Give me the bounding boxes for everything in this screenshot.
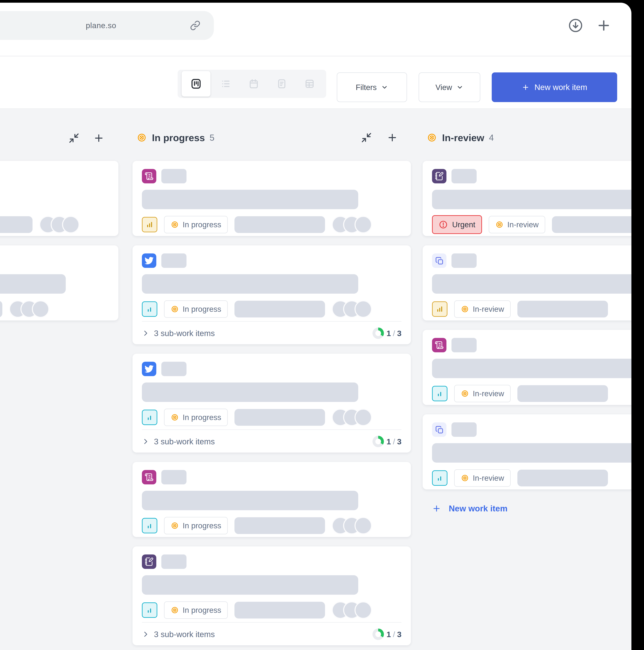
calendar-view-button[interactable] bbox=[241, 71, 266, 97]
work-item-card[interactable]: In-review bbox=[422, 245, 632, 321]
avatar bbox=[32, 300, 49, 318]
sub-work-items-row[interactable]: 3 sub-work items 1/3 bbox=[142, 325, 402, 341]
id-skeleton bbox=[161, 362, 187, 376]
work-item-card[interactable]: In-review bbox=[422, 330, 632, 405]
sheet-view-button[interactable] bbox=[269, 71, 294, 97]
priority-icon[interactable] bbox=[142, 410, 157, 425]
state-badge[interactable]: In-review bbox=[454, 469, 511, 487]
browser-window: plane.so Filters View New work item bbox=[0, 3, 632, 650]
avatar-group[interactable] bbox=[332, 300, 372, 318]
chevron-right-icon[interactable] bbox=[142, 630, 149, 638]
priority-icon[interactable] bbox=[142, 217, 157, 232]
kanban-board: In progress 5 In-review 4 In progress bbox=[0, 109, 632, 650]
url-text: plane.so bbox=[86, 21, 116, 30]
avatar bbox=[354, 300, 372, 318]
title-skeleton bbox=[142, 274, 358, 294]
sub-work-items-row[interactable]: 3 sub-work items 1/3 bbox=[142, 433, 402, 449]
title-skeleton bbox=[0, 274, 66, 294]
meta-skeleton bbox=[234, 216, 325, 233]
priority-icon[interactable] bbox=[432, 470, 447, 486]
view-label: View bbox=[436, 83, 452, 92]
chevron-right-icon[interactable] bbox=[142, 329, 149, 337]
avatar-group[interactable] bbox=[332, 409, 372, 426]
progress-donut bbox=[372, 327, 384, 339]
link-icon[interactable] bbox=[190, 20, 200, 31]
copies-type-icon bbox=[432, 422, 446, 437]
column-count: 4 bbox=[489, 133, 494, 143]
id-skeleton bbox=[451, 253, 477, 268]
priority-icon[interactable] bbox=[142, 518, 157, 533]
add-work-item-icon[interactable] bbox=[93, 133, 104, 144]
new-work-item-label: New work item bbox=[535, 83, 587, 92]
divider bbox=[142, 321, 402, 322]
work-item-card[interactable]: In progress 3 sub-work items 1/3 bbox=[133, 546, 411, 645]
priority-icon[interactable] bbox=[432, 301, 447, 317]
id-skeleton bbox=[161, 253, 187, 268]
scroll-type-icon bbox=[142, 169, 156, 183]
avatar bbox=[354, 409, 372, 426]
new-work-item-link[interactable]: New work item bbox=[432, 504, 507, 513]
state-badge[interactable]: In progress bbox=[164, 216, 228, 233]
avatar bbox=[62, 216, 79, 233]
work-item-card[interactable]: In progress 3 sub-work items 1/3 bbox=[133, 354, 411, 453]
avatar bbox=[354, 216, 372, 233]
meta-skeleton bbox=[517, 301, 608, 318]
avatar-group[interactable] bbox=[332, 216, 372, 233]
table-view-button[interactable] bbox=[297, 71, 322, 97]
filters-button[interactable]: Filters bbox=[337, 72, 407, 102]
state-badge[interactable]: In-review bbox=[454, 385, 511, 402]
avatar-group[interactable] bbox=[332, 602, 372, 619]
state-badge[interactable]: In progress bbox=[164, 602, 228, 619]
address-bar[interactable]: plane.so bbox=[0, 11, 214, 40]
alert-icon bbox=[439, 220, 448, 229]
state-badge[interactable]: In progress bbox=[164, 517, 228, 534]
collapse-column-icon[interactable] bbox=[68, 133, 79, 144]
id-skeleton bbox=[451, 422, 477, 437]
work-item-card[interactable]: In progress bbox=[133, 161, 411, 236]
layout-switcher bbox=[178, 70, 326, 98]
chevron-right-icon[interactable] bbox=[142, 438, 149, 445]
new-tab-icon[interactable] bbox=[596, 18, 611, 33]
work-item-card[interactable]: In-review bbox=[422, 414, 632, 490]
list-view-button[interactable] bbox=[213, 71, 238, 97]
work-item-card[interactable]: In progress bbox=[0, 161, 118, 236]
avatar-group[interactable] bbox=[39, 216, 79, 233]
state-badge[interactable]: In progress bbox=[164, 409, 228, 426]
progress-fraction: 1/3 bbox=[386, 329, 402, 338]
collapse-column-icon[interactable] bbox=[361, 132, 372, 143]
column-header-in-progress: In progress 5 bbox=[133, 131, 411, 144]
avatar-group[interactable] bbox=[9, 300, 49, 318]
column-header-in-review: In-review 4 bbox=[422, 131, 632, 144]
notebook-pen-type-icon bbox=[142, 554, 156, 569]
sub-work-items-row[interactable]: 3 sub-work items 1/3 bbox=[142, 626, 402, 642]
id-skeleton bbox=[161, 169, 187, 183]
priority-icon[interactable] bbox=[142, 603, 157, 618]
notebook-pen-type-icon bbox=[432, 169, 446, 183]
scroll-type-icon bbox=[142, 470, 156, 484]
new-work-item-link-label: New work item bbox=[449, 504, 507, 513]
priority-icon[interactable] bbox=[432, 386, 447, 401]
work-item-card[interactable]: In progress 3 sub-work items 1/3 bbox=[133, 245, 411, 344]
progress-donut bbox=[372, 628, 384, 640]
avatar-group[interactable] bbox=[332, 517, 372, 534]
urgent-priority-badge[interactable]: Urgent bbox=[432, 215, 482, 234]
download-icon[interactable] bbox=[568, 18, 583, 33]
kanban-view-button[interactable] bbox=[182, 71, 210, 97]
work-item-card[interactable]: Urgent In-review bbox=[422, 161, 632, 236]
new-work-item-button[interactable]: New work item bbox=[492, 72, 617, 102]
dove-type-icon bbox=[142, 362, 156, 376]
meta-skeleton bbox=[0, 301, 2, 318]
work-item-card[interactable]: In progress bbox=[0, 245, 118, 321]
work-item-card[interactable]: In progress bbox=[133, 462, 411, 537]
title-skeleton bbox=[142, 491, 358, 510]
state-badge[interactable]: In-review bbox=[454, 300, 511, 318]
state-badge[interactable]: In-review bbox=[489, 216, 545, 233]
state-badge[interactable]: In progress bbox=[164, 300, 228, 318]
priority-icon[interactable] bbox=[142, 301, 157, 317]
add-work-item-icon[interactable] bbox=[387, 132, 398, 143]
progress-fraction: 1/3 bbox=[386, 437, 402, 446]
title-skeleton bbox=[432, 359, 632, 378]
view-button[interactable]: View bbox=[418, 72, 480, 102]
meta-skeleton bbox=[0, 216, 33, 233]
column-title: In progress bbox=[152, 132, 205, 143]
